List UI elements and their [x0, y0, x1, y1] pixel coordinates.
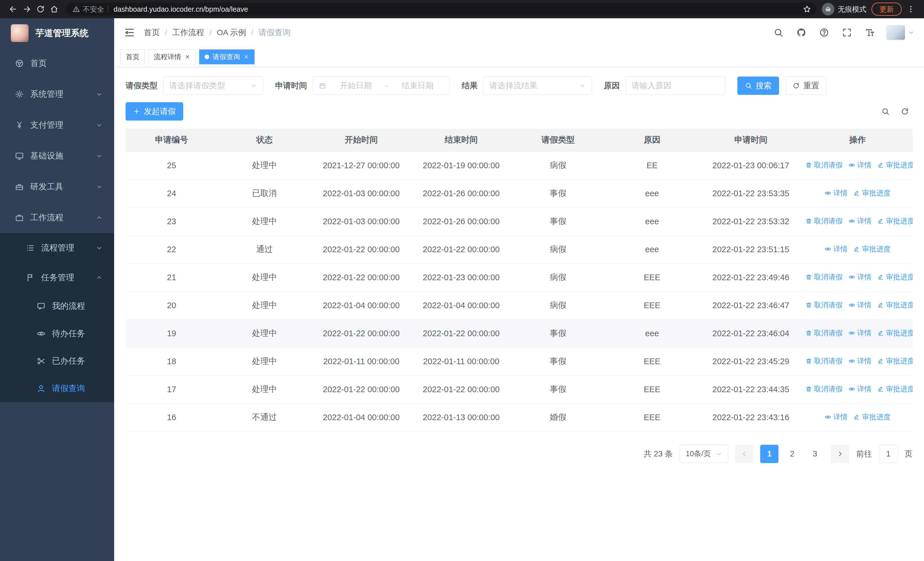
leave-type-select[interactable]: 请选择请假类型 — [163, 77, 263, 95]
table-body: 25处理中2021-12-27 00:00:002022-01-19 00:00… — [126, 151, 913, 431]
approval-progress-link[interactable]: 审批进度 — [877, 384, 913, 394]
column-header: 申请编号 — [126, 129, 218, 151]
detail-link[interactable]: 详情 — [848, 160, 872, 170]
prev-page-button[interactable] — [735, 445, 753, 463]
detail-link[interactable]: 详情 — [848, 300, 872, 310]
close-tab-icon[interactable] — [184, 54, 190, 60]
approval-progress-link[interactable]: 审批进度 — [853, 244, 891, 254]
chevron-up-icon — [96, 274, 103, 281]
reason-input[interactable] — [626, 77, 725, 95]
reset-button[interactable]: 重置 — [785, 77, 826, 95]
sidebar-item-process-mgmt[interactable]: 流程管理 — [0, 233, 114, 263]
cancel-leave-link[interactable]: 取消请假 — [805, 272, 843, 282]
approval-progress-link[interactable]: 审批进度 — [877, 272, 913, 282]
cell-status: 处理中 — [218, 375, 311, 403]
sidebar-item-system[interactable]: 系统管理 — [0, 79, 114, 110]
browser-menu-icon[interactable] — [904, 2, 918, 16]
trash-icon — [805, 274, 812, 281]
trash-icon — [805, 302, 812, 308]
cancel-leave-link[interactable]: 取消请假 — [805, 300, 843, 310]
refresh-icon[interactable] — [901, 107, 909, 116]
next-page-button[interactable] — [831, 445, 849, 463]
cancel-leave-link[interactable]: 取消请假 — [805, 356, 843, 365]
sidebar-item-task-mgmt[interactable]: 任务管理 — [0, 263, 114, 292]
approval-progress-link[interactable]: 审批进度 — [877, 160, 913, 170]
detail-link[interactable]: 详情 — [824, 412, 848, 422]
cell-leave-type: 病假 — [511, 263, 604, 291]
tab-home[interactable]: 首页 — [120, 50, 145, 64]
tab-leave-query[interactable]: 请假查询 — [199, 50, 255, 64]
page-button-3[interactable]: 3 — [806, 445, 824, 463]
approval-progress-link[interactable]: 审批进度 — [877, 216, 913, 226]
cancel-leave-link[interactable]: 取消请假 — [805, 160, 843, 170]
detail-link[interactable]: 详情 — [824, 244, 848, 254]
sidebar-item-payment[interactable]: 支付管理 — [0, 110, 114, 141]
cell-leave-type: 事假 — [511, 319, 604, 347]
tab-label: 首页 — [126, 52, 140, 62]
trash-icon — [805, 218, 812, 224]
sidebar-item-infrastructure[interactable]: 基础设施 — [0, 141, 114, 171]
create-leave-label: 发起请假 — [144, 106, 176, 117]
cell-leave-type: 事假 — [511, 347, 604, 375]
sidebar-item-done-task[interactable]: 已办任务 — [0, 347, 114, 375]
breadcrumb-item[interactable]: 工作流程 — [172, 27, 204, 38]
reload-icon[interactable] — [34, 2, 47, 16]
sidebar-item-workflow[interactable]: 工作流程 — [0, 202, 114, 233]
approval-progress-link[interactable]: 审批进度 — [877, 328, 913, 338]
approval-progress-link[interactable]: 审批进度 — [877, 300, 913, 310]
cancel-leave-link[interactable]: 取消请假 — [805, 216, 843, 226]
detail-link[interactable]: 详情 — [848, 272, 872, 282]
detail-link[interactable]: 详情 — [848, 356, 872, 365]
hamburger-icon[interactable] — [124, 27, 135, 38]
goto-page-input[interactable] — [879, 445, 898, 463]
create-leave-button[interactable]: 发起请假 — [126, 102, 183, 120]
sidebar-item-home[interactable]: 首页 — [0, 48, 114, 79]
forward-icon[interactable] — [20, 2, 34, 16]
cell-end-time: 2022-01-22 00:00:00 — [411, 319, 511, 347]
search-button[interactable]: 搜索 — [737, 77, 779, 95]
cell-leave-type: 事假 — [511, 208, 604, 235]
page-button-2[interactable]: 2 — [783, 445, 801, 463]
update-button[interactable]: 更新 — [872, 3, 902, 16]
github-icon[interactable] — [796, 27, 806, 38]
fullscreen-icon[interactable] — [842, 27, 852, 38]
detail-link[interactable]: 详情 — [848, 328, 872, 338]
tab-bar: 首页流程详情请假查询 — [114, 47, 924, 67]
approval-progress-link[interactable]: 审批进度 — [853, 412, 891, 422]
search-button-label: 搜索 — [756, 80, 772, 91]
detail-link[interactable]: 详情 — [824, 188, 848, 198]
approval-progress-link[interactable]: 审批进度 — [877, 356, 913, 365]
back-icon[interactable] — [6, 2, 20, 16]
home-icon[interactable] — [47, 2, 61, 16]
cell-id: 22 — [126, 235, 218, 263]
user-menu[interactable] — [886, 25, 914, 40]
action-label: 审批进度 — [886, 356, 913, 365]
page-size-select[interactable]: 10条/页 — [680, 445, 728, 463]
action-label: 取消请假 — [814, 328, 843, 338]
apply-time-range[interactable]: 开始日期 - 结束日期 — [313, 77, 450, 95]
chevron-down-icon — [96, 152, 103, 159]
detail-link[interactable]: 详情 — [848, 216, 872, 226]
logo[interactable]: 芋道管理系统 — [0, 18, 114, 48]
sidebar-item-leave-query[interactable]: 请假查询 — [0, 375, 114, 402]
tab-process-detail[interactable]: 流程详情 — [148, 50, 196, 64]
close-tab-icon[interactable] — [243, 54, 249, 60]
search-icon[interactable] — [881, 107, 890, 116]
cancel-leave-link[interactable]: 取消请假 — [805, 384, 843, 394]
breadcrumb-item[interactable]: OA 示例 — [217, 27, 246, 38]
approval-progress-link[interactable]: 审批进度 — [853, 188, 891, 198]
breadcrumb-item[interactable]: 首页 — [144, 27, 160, 38]
help-icon[interactable] — [819, 27, 829, 38]
screen: 不安全 dashboard.yudao.iocoder.cn/bpm/oa/le… — [0, 0, 924, 561]
cancel-leave-link[interactable]: 取消请假 — [805, 328, 843, 338]
sidebar-item-my-process[interactable]: 我的流程 — [0, 292, 114, 320]
sidebar-item-todo-task[interactable]: 待办任务 — [0, 320, 114, 347]
search-icon[interactable] — [773, 27, 784, 38]
result-select[interactable]: 请选择流结果 — [483, 77, 592, 95]
address-bar[interactable]: 不安全 dashboard.yudao.iocoder.cn/bpm/oa/le… — [66, 3, 816, 16]
bookmark-star-icon[interactable] — [801, 3, 813, 15]
font-size-icon[interactable] — [865, 27, 875, 38]
page-button-1[interactable]: 1 — [760, 445, 778, 463]
detail-link[interactable]: 详情 — [848, 384, 872, 394]
sidebar-item-devtools[interactable]: 研发工具 — [0, 171, 114, 202]
